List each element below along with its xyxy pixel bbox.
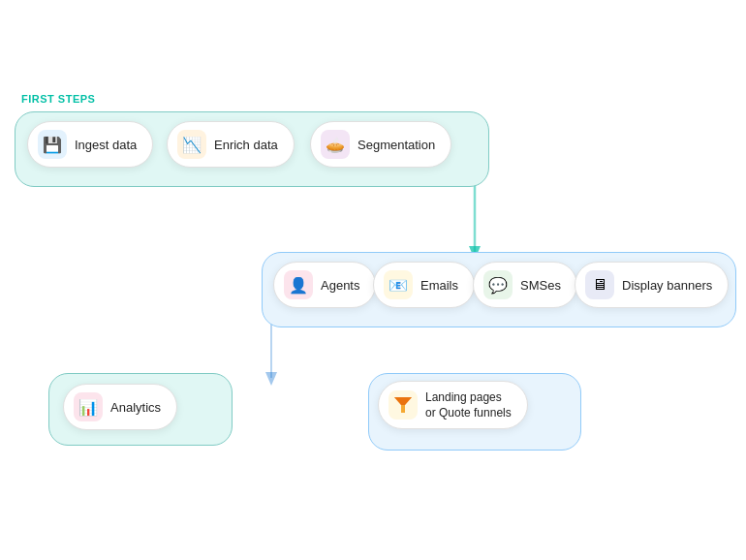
node-enrich[interactable]: 📉 Enrich data xyxy=(167,121,295,168)
node-segment[interactable]: 🥧 Segmentation xyxy=(310,121,451,168)
step-label: FIRST STEPS xyxy=(21,93,95,105)
node-smses[interactable]: 💬 SMSes xyxy=(473,262,577,308)
node-ingest[interactable]: 💾 Ingest data xyxy=(27,121,153,168)
node-agents[interactable]: 👤 Agents xyxy=(273,262,376,308)
landing-label: Landing pages or Quote funnels xyxy=(425,389,512,420)
emails-icon: 📧 xyxy=(384,270,413,299)
analytics-label: Analytics xyxy=(110,400,161,415)
agents-icon: 👤 xyxy=(284,270,313,299)
node-banners[interactable]: 🖥 Display banners xyxy=(575,262,729,308)
node-emails[interactable]: 📧 Emails xyxy=(373,262,475,308)
landing-icon xyxy=(389,390,418,420)
banners-icon: 🖥 xyxy=(585,270,614,299)
node-landing[interactable]: Landing pages or Quote funnels xyxy=(378,381,528,429)
emails-label: Emails xyxy=(420,278,458,293)
ingest-label: Ingest data xyxy=(75,138,137,152)
enrich-icon: 📉 xyxy=(177,130,206,159)
segment-label: Segmentation xyxy=(357,138,435,152)
node-analytics[interactable]: 📊 Analytics xyxy=(63,384,177,430)
smses-label: SMSes xyxy=(520,278,561,293)
segment-icon: 🥧 xyxy=(321,130,350,159)
svg-marker-5 xyxy=(265,372,277,386)
smses-icon: 💬 xyxy=(483,270,513,299)
agents-label: Agents xyxy=(321,278,359,293)
banners-label: Display banners xyxy=(622,278,712,293)
diagram-container: FIRST STEPS 💾 Ingest data 📉 Enrich data … xyxy=(0,0,746,560)
svg-marker-10 xyxy=(394,397,412,405)
analytics-icon: 📊 xyxy=(74,392,103,421)
ingest-icon: 💾 xyxy=(38,130,67,159)
enrich-label: Enrich data xyxy=(214,138,278,152)
